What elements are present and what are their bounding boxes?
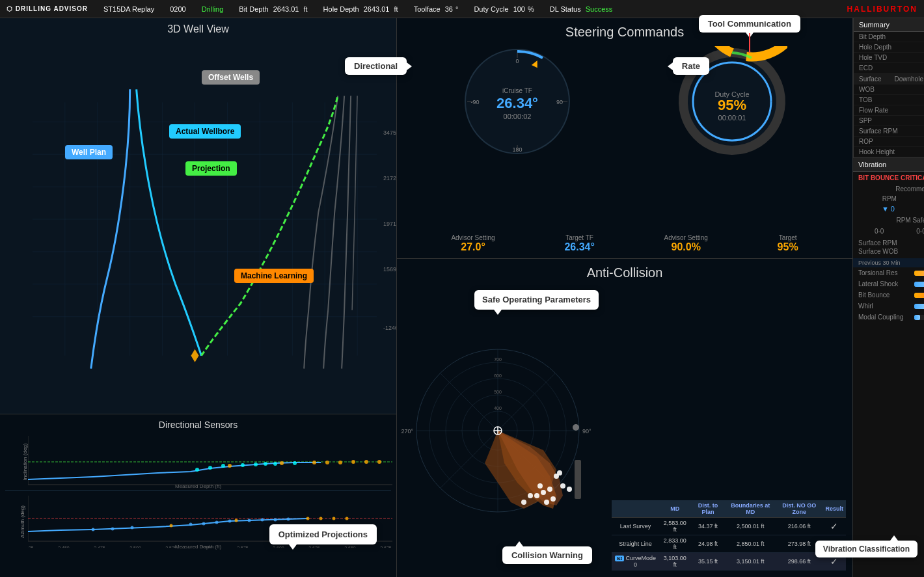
toolface: Toolface 36°	[411, 5, 459, 13]
svg-point-64	[189, 523, 193, 526]
svg-point-134	[521, 500, 526, 505]
svg-text:-1246: -1246	[383, 325, 396, 331]
summary-row: TOB 2515.89 Fp	[854, 95, 924, 105]
svg-point-38	[312, 461, 316, 464]
svg-point-40	[338, 461, 342, 464]
table-row: Last Survey 2,583.00 ft 34.37 ft 2,500.0…	[612, 518, 846, 535]
collision-data-table: MD Dist. to Plan Boundaries at MD Dist. …	[612, 500, 846, 570]
svg-point-138	[573, 424, 579, 431]
label-actual-wellbore: Actual Wellbore	[169, 124, 241, 139]
svg-text:90°: 90°	[582, 428, 591, 435]
vib-meter-torsional: Torsional Res	[853, 267, 924, 278]
optimized-projections-annotation: Optimized Projections	[269, 524, 377, 544]
svg-point-133	[567, 487, 572, 492]
svg-point-35	[273, 462, 277, 466]
svg-point-28	[195, 468, 199, 472]
svg-text:0°: 0°	[495, 346, 501, 347]
svg-point-71	[274, 518, 277, 522]
svg-text:2,600: 2,600	[273, 546, 284, 548]
svg-point-130	[557, 470, 562, 476]
surface-values: Surface RPM 0 rpm Surface WOB 3 klb	[853, 236, 924, 258]
svg-rect-139	[575, 460, 581, 499]
duty-cycle-bar: Duty Cycle 100%	[471, 5, 534, 13]
vib-rec-labels: RPM WOB	[853, 194, 924, 204]
vibration-classification-annotation: Vibration Classification	[853, 541, 917, 557]
radar-chart-area: 0° 90° 180° 270° 400 500 600 700	[397, 284, 605, 577]
svg-point-61	[111, 528, 115, 531]
svg-point-123	[547, 487, 552, 492]
steering-stats: Advisor Setting 27.0° Target TF 26.34° A…	[397, 229, 852, 258]
svg-point-31	[228, 464, 232, 468]
bounce-bar	[914, 293, 924, 298]
well-view-title: 3D Well View	[0, 18, 396, 40]
app-logo: ⬡ Drilling Advisor	[7, 5, 88, 12]
steering-content: 0 -90 90 180 iCruise TF	[397, 46, 852, 229]
rpm-value: ▼ 0	[882, 205, 895, 213]
svg-text:500: 500	[494, 390, 502, 394]
stat-target-dc: Target 95%	[778, 234, 798, 253]
svg-text:95%: 95%	[718, 97, 746, 113]
summary-row: Flow Rate 547.99 gpm	[854, 105, 924, 116]
svg-point-43	[377, 460, 381, 464]
svg-point-74	[319, 517, 323, 520]
svg-point-30	[221, 464, 225, 468]
svg-marker-22	[191, 349, 199, 362]
label-well-plan: Well Plan	[65, 145, 113, 159]
svg-point-69	[248, 519, 251, 522]
svg-point-41	[351, 460, 355, 464]
svg-text:2,500: 2,500	[129, 546, 141, 548]
svg-point-73	[306, 517, 310, 520]
summary-row: Hole TVD 2599.34 ft	[854, 53, 924, 63]
svg-text:270°: 270°	[401, 428, 413, 435]
anti-collision-title: Anti-Collision	[397, 259, 852, 284]
svg-point-36	[280, 461, 284, 465]
safe-operating-annotation: Safe Operating Parameters	[474, 290, 599, 310]
svg-text:00:00:01: 00:00:01	[718, 114, 746, 122]
summary-row: ROP 0 rph	[854, 137, 924, 147]
summary-row: Hole Depth 2652.43 ft	[854, 42, 924, 53]
code-label: 0200	[167, 5, 185, 13]
torsional-bar	[914, 271, 924, 276]
dl-status: DL Status Success	[547, 5, 613, 13]
table-row: Ist CurveMode 0 3,103.00 ft 35.15 ft 3,1…	[612, 553, 846, 570]
rate-annotation: Rate	[673, 57, 709, 75]
right-side-panels: Summary × Bit Depth 2652.43 ft Hole Dept…	[852, 18, 924, 577]
main-content: 3D Well View	[0, 18, 924, 577]
vib-meter-bounce: Bit Bounce	[853, 289, 924, 301]
summary-row: ECD ppg	[854, 63, 924, 74]
svg-point-42	[364, 460, 368, 464]
svg-text:2,650: 2,650	[344, 546, 356, 548]
summary-panel: Summary × Bit Depth 2652.43 ft Hole Dept…	[853, 18, 924, 157]
prev30-header: Previous 30 Min Current	[853, 258, 924, 267]
vibration-panel: Vibration × BIT BOUNCE CRITICAL Recommen…	[853, 157, 924, 577]
svg-text:180: 180	[512, 146, 522, 153]
vib-alert: BIT BOUNCE CRITICAL	[853, 172, 924, 184]
svg-point-67	[228, 520, 232, 523]
svg-text:2,575: 2,575	[237, 546, 249, 548]
summary-row: Hook Height 29.53 ft	[854, 147, 924, 157]
svg-point-75	[333, 517, 336, 520]
svg-point-63	[170, 524, 173, 528]
svg-text:2172: 2172	[383, 175, 396, 181]
svg-point-65	[202, 522, 206, 526]
svg-text:1569: 1569	[383, 266, 396, 273]
hole-depth: Hole Depth 2643.01 ft	[321, 5, 398, 13]
svg-point-125	[544, 500, 549, 505]
directional-annotation: Directional	[345, 57, 407, 75]
modal-bar	[914, 315, 924, 320]
svg-point-70	[261, 518, 264, 522]
collision-warning-annotation: Collision Warning	[502, 546, 592, 564]
svg-point-126	[534, 493, 539, 498]
svg-text:1971: 1971	[383, 221, 396, 227]
svg-point-66	[215, 521, 219, 524]
drilling-status: Drilling	[199, 5, 224, 13]
stat-advisor-setting-dc: Advisor Setting 90.0%	[664, 234, 708, 253]
svg-text:2,675: 2,675	[380, 546, 392, 548]
svg-text:-90: -90	[470, 99, 479, 105]
svg-point-68	[235, 519, 238, 522]
summary-section-header: Surface Downhole	[854, 74, 924, 85]
svg-text:2,425: 2,425	[28, 546, 34, 548]
table-row: Straight Line 2,833.00 ft 24.98 ft 2,850…	[612, 535, 846, 553]
sensors-title: Directional Sensors	[5, 420, 391, 430]
svg-text:iCruise TF: iCruise TF	[502, 87, 532, 94]
